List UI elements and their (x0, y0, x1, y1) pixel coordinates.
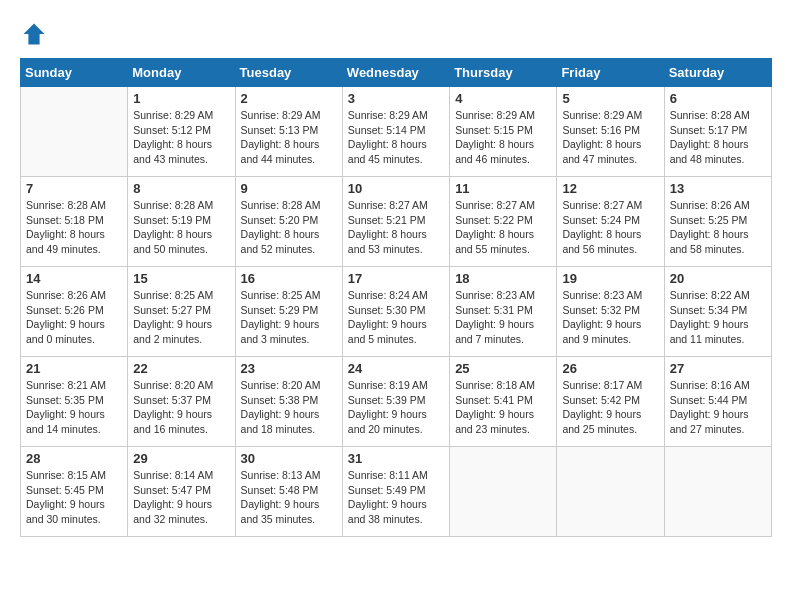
table-row: 10Sunrise: 8:27 AMSunset: 5:21 PMDayligh… (342, 177, 449, 267)
day-info: Sunrise: 8:17 AMSunset: 5:42 PMDaylight:… (562, 378, 658, 437)
day-number: 3 (348, 91, 444, 106)
day-info: Sunrise: 8:14 AMSunset: 5:47 PMDaylight:… (133, 468, 229, 527)
day-number: 26 (562, 361, 658, 376)
table-row (21, 87, 128, 177)
table-row: 6Sunrise: 8:28 AMSunset: 5:17 PMDaylight… (664, 87, 771, 177)
day-number: 24 (348, 361, 444, 376)
day-number: 21 (26, 361, 122, 376)
table-row: 20Sunrise: 8:22 AMSunset: 5:34 PMDayligh… (664, 267, 771, 357)
day-info: Sunrise: 8:26 AMSunset: 5:26 PMDaylight:… (26, 288, 122, 347)
day-info: Sunrise: 8:20 AMSunset: 5:38 PMDaylight:… (241, 378, 337, 437)
table-row (450, 447, 557, 537)
day-info: Sunrise: 8:23 AMSunset: 5:31 PMDaylight:… (455, 288, 551, 347)
logo (20, 20, 54, 48)
day-info: Sunrise: 8:26 AMSunset: 5:25 PMDaylight:… (670, 198, 766, 257)
day-number: 9 (241, 181, 337, 196)
day-info: Sunrise: 8:28 AMSunset: 5:20 PMDaylight:… (241, 198, 337, 257)
table-row: 5Sunrise: 8:29 AMSunset: 5:16 PMDaylight… (557, 87, 664, 177)
table-row: 21Sunrise: 8:21 AMSunset: 5:35 PMDayligh… (21, 357, 128, 447)
day-number: 15 (133, 271, 229, 286)
table-row: 7Sunrise: 8:28 AMSunset: 5:18 PMDaylight… (21, 177, 128, 267)
calendar-body: 1Sunrise: 8:29 AMSunset: 5:12 PMDaylight… (21, 87, 772, 537)
day-info: Sunrise: 8:20 AMSunset: 5:37 PMDaylight:… (133, 378, 229, 437)
week-row-2: 7Sunrise: 8:28 AMSunset: 5:18 PMDaylight… (21, 177, 772, 267)
day-number: 11 (455, 181, 551, 196)
table-row: 1Sunrise: 8:29 AMSunset: 5:12 PMDaylight… (128, 87, 235, 177)
day-number: 29 (133, 451, 229, 466)
day-number: 4 (455, 91, 551, 106)
header-friday: Friday (557, 59, 664, 87)
day-number: 23 (241, 361, 337, 376)
day-info: Sunrise: 8:28 AMSunset: 5:19 PMDaylight:… (133, 198, 229, 257)
day-number: 7 (26, 181, 122, 196)
header-monday: Monday (128, 59, 235, 87)
header-wednesday: Wednesday (342, 59, 449, 87)
table-row: 31Sunrise: 8:11 AMSunset: 5:49 PMDayligh… (342, 447, 449, 537)
calendar-table: SundayMondayTuesdayWednesdayThursdayFrid… (20, 58, 772, 537)
day-number: 16 (241, 271, 337, 286)
logo-icon (20, 20, 48, 48)
table-row: 24Sunrise: 8:19 AMSunset: 5:39 PMDayligh… (342, 357, 449, 447)
day-number: 17 (348, 271, 444, 286)
day-info: Sunrise: 8:29 AMSunset: 5:12 PMDaylight:… (133, 108, 229, 167)
table-row: 15Sunrise: 8:25 AMSunset: 5:27 PMDayligh… (128, 267, 235, 357)
day-info: Sunrise: 8:27 AMSunset: 5:21 PMDaylight:… (348, 198, 444, 257)
table-row: 23Sunrise: 8:20 AMSunset: 5:38 PMDayligh… (235, 357, 342, 447)
day-info: Sunrise: 8:13 AMSunset: 5:48 PMDaylight:… (241, 468, 337, 527)
day-number: 12 (562, 181, 658, 196)
day-info: Sunrise: 8:27 AMSunset: 5:22 PMDaylight:… (455, 198, 551, 257)
week-row-5: 28Sunrise: 8:15 AMSunset: 5:45 PMDayligh… (21, 447, 772, 537)
day-number: 8 (133, 181, 229, 196)
day-info: Sunrise: 8:19 AMSunset: 5:39 PMDaylight:… (348, 378, 444, 437)
day-number: 30 (241, 451, 337, 466)
week-row-4: 21Sunrise: 8:21 AMSunset: 5:35 PMDayligh… (21, 357, 772, 447)
header-tuesday: Tuesday (235, 59, 342, 87)
day-info: Sunrise: 8:29 AMSunset: 5:16 PMDaylight:… (562, 108, 658, 167)
table-row (664, 447, 771, 537)
table-row: 17Sunrise: 8:24 AMSunset: 5:30 PMDayligh… (342, 267, 449, 357)
header-saturday: Saturday (664, 59, 771, 87)
header-row: SundayMondayTuesdayWednesdayThursdayFrid… (21, 59, 772, 87)
header-thursday: Thursday (450, 59, 557, 87)
table-row: 30Sunrise: 8:13 AMSunset: 5:48 PMDayligh… (235, 447, 342, 537)
page-header (20, 20, 772, 48)
day-info: Sunrise: 8:15 AMSunset: 5:45 PMDaylight:… (26, 468, 122, 527)
day-info: Sunrise: 8:23 AMSunset: 5:32 PMDaylight:… (562, 288, 658, 347)
day-number: 5 (562, 91, 658, 106)
day-info: Sunrise: 8:21 AMSunset: 5:35 PMDaylight:… (26, 378, 122, 437)
day-info: Sunrise: 8:25 AMSunset: 5:27 PMDaylight:… (133, 288, 229, 347)
day-info: Sunrise: 8:16 AMSunset: 5:44 PMDaylight:… (670, 378, 766, 437)
svg-marker-0 (24, 24, 45, 45)
day-info: Sunrise: 8:24 AMSunset: 5:30 PMDaylight:… (348, 288, 444, 347)
day-info: Sunrise: 8:18 AMSunset: 5:41 PMDaylight:… (455, 378, 551, 437)
table-row: 28Sunrise: 8:15 AMSunset: 5:45 PMDayligh… (21, 447, 128, 537)
table-row (557, 447, 664, 537)
day-number: 6 (670, 91, 766, 106)
day-info: Sunrise: 8:11 AMSunset: 5:49 PMDaylight:… (348, 468, 444, 527)
day-number: 28 (26, 451, 122, 466)
day-number: 2 (241, 91, 337, 106)
day-number: 14 (26, 271, 122, 286)
day-number: 10 (348, 181, 444, 196)
table-row: 27Sunrise: 8:16 AMSunset: 5:44 PMDayligh… (664, 357, 771, 447)
table-row: 11Sunrise: 8:27 AMSunset: 5:22 PMDayligh… (450, 177, 557, 267)
table-row: 16Sunrise: 8:25 AMSunset: 5:29 PMDayligh… (235, 267, 342, 357)
day-info: Sunrise: 8:29 AMSunset: 5:15 PMDaylight:… (455, 108, 551, 167)
week-row-1: 1Sunrise: 8:29 AMSunset: 5:12 PMDaylight… (21, 87, 772, 177)
day-number: 31 (348, 451, 444, 466)
table-row: 4Sunrise: 8:29 AMSunset: 5:15 PMDaylight… (450, 87, 557, 177)
day-number: 25 (455, 361, 551, 376)
day-info: Sunrise: 8:27 AMSunset: 5:24 PMDaylight:… (562, 198, 658, 257)
day-info: Sunrise: 8:29 AMSunset: 5:13 PMDaylight:… (241, 108, 337, 167)
table-row: 9Sunrise: 8:28 AMSunset: 5:20 PMDaylight… (235, 177, 342, 267)
table-row: 18Sunrise: 8:23 AMSunset: 5:31 PMDayligh… (450, 267, 557, 357)
table-row: 22Sunrise: 8:20 AMSunset: 5:37 PMDayligh… (128, 357, 235, 447)
table-row: 29Sunrise: 8:14 AMSunset: 5:47 PMDayligh… (128, 447, 235, 537)
header-sunday: Sunday (21, 59, 128, 87)
day-info: Sunrise: 8:28 AMSunset: 5:17 PMDaylight:… (670, 108, 766, 167)
day-number: 1 (133, 91, 229, 106)
calendar-header: SundayMondayTuesdayWednesdayThursdayFrid… (21, 59, 772, 87)
table-row: 2Sunrise: 8:29 AMSunset: 5:13 PMDaylight… (235, 87, 342, 177)
table-row: 12Sunrise: 8:27 AMSunset: 5:24 PMDayligh… (557, 177, 664, 267)
day-number: 22 (133, 361, 229, 376)
